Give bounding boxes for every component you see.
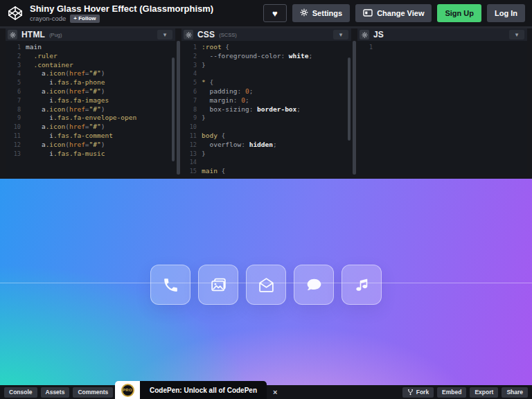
code-text: i.fas.fa-comment <box>26 132 113 141</box>
editor-collapse-button[interactable]: ▾ <box>157 30 172 39</box>
editor-collapse-button[interactable]: ▾ <box>333 30 348 39</box>
change-view-button[interactable]: Change View <box>355 4 432 22</box>
editor-title-css: CSS <box>197 30 215 39</box>
gear-icon <box>300 8 308 18</box>
code-line: 12 a.icon(href="#") <box>6 141 175 150</box>
like-button[interactable]: ♥ <box>263 4 287 22</box>
pro-message[interactable]: CodePen: Unlock all of CodePen <box>140 381 267 399</box>
console-label: Console <box>9 389 33 396</box>
editor-header-js: JS▾ <box>357 28 527 41</box>
code-editor-html[interactable]: 1main2 .ruler3 .container4 a.icon(href="… <box>6 41 175 175</box>
editor-panel-css: CSS(SCSS)▾1:root {2 --foreground-color: … <box>181 28 351 175</box>
glass-button-music[interactable] <box>342 265 382 305</box>
author-link[interactable]: crayon-code <box>30 15 66 22</box>
code-line: 2 .ruler <box>6 52 175 61</box>
editor-settings-button-html[interactable] <box>8 30 17 39</box>
fork-button[interactable]: Fork <box>402 387 434 398</box>
heart-icon: ♥ <box>272 8 278 19</box>
gear-icon <box>10 28 16 41</box>
line-number: 12 <box>6 141 26 150</box>
line-number: 5 <box>181 78 202 87</box>
editor-collapse-button[interactable]: ▾ <box>509 30 524 39</box>
settings-label: Settings <box>312 9 342 17</box>
line-number: 4 <box>6 69 26 78</box>
code-text: i.fas.fa-images <box>26 96 109 105</box>
line-number: 8 <box>6 105 26 114</box>
code-editor-js[interactable]: 1 <box>357 41 527 175</box>
assets-button[interactable]: Assets <box>41 387 70 398</box>
code-line: 6 a.icon(href="#") <box>6 87 175 96</box>
page-title: Shiny Glass Hover Effect (Glassmorphism) <box>30 4 213 14</box>
code-text: i.fas.fa-music <box>26 150 105 159</box>
change-view-icon <box>363 9 373 18</box>
code-line: 13 i.fas.fa-music <box>6 150 175 159</box>
code-line: 3 .container <box>6 61 175 70</box>
line-number: 2 <box>6 52 26 61</box>
code-text: main { <box>202 167 225 175</box>
editor-panel-html: HTML(Pug)▾1main2 .ruler3 .container4 a.i… <box>6 28 175 175</box>
pro-badge-icon: PRO <box>121 384 134 397</box>
editor-syntax-label: (SCSS) <box>219 32 236 38</box>
settings-button[interactable]: Settings <box>292 4 350 22</box>
code-line: 6 padding: 0; <box>181 87 351 96</box>
glass-button-phone[interactable] <box>150 265 190 305</box>
code-line: 8 a.icon(href="#") <box>6 105 175 114</box>
code-line: 1 <box>357 43 527 52</box>
share-label: Share <box>506 389 523 396</box>
codepen-logo-icon[interactable] <box>7 5 24 21</box>
line-number: 1 <box>6 43 26 52</box>
code-line: 5* { <box>181 78 351 87</box>
glass-button-images[interactable] <box>198 265 238 305</box>
comments-button[interactable]: Comments <box>73 387 113 398</box>
code-line: 15main { <box>181 167 351 175</box>
line-number: 9 <box>6 114 26 123</box>
code-line: 11body { <box>181 132 351 141</box>
line-number: 10 <box>181 123 202 132</box>
code-line: 13} <box>181 150 351 159</box>
code-text: margin: 0; <box>202 96 249 105</box>
embed-button[interactable]: Embed <box>437 387 466 398</box>
editor-title-html: HTML <box>21 30 45 39</box>
export-button[interactable]: Export <box>470 387 498 398</box>
console-button[interactable]: Console <box>4 387 37 398</box>
gear-icon <box>186 28 192 41</box>
fork-label: Fork <box>416 389 429 396</box>
panel-resizer-2[interactable] <box>353 41 356 175</box>
line-number: 3 <box>181 61 202 70</box>
code-editor-css[interactable]: 1:root {2 --foreground-color: white;3}45… <box>181 41 351 175</box>
result-preview <box>0 179 532 385</box>
log-in-button[interactable]: Log In <box>487 4 525 22</box>
code-text: i.fas.fa-phone <box>26 78 105 87</box>
code-line: 2 --foreground-color: white; <box>181 52 351 61</box>
share-button[interactable]: Share <box>502 387 528 398</box>
chevron-down-icon: ▾ <box>515 31 519 38</box>
line-number: 15 <box>181 167 202 175</box>
code-text: :root { <box>202 43 229 52</box>
fork-icon <box>407 389 414 396</box>
comments-label: Comments <box>78 389 108 396</box>
follow-button[interactable]: + Follow <box>70 15 99 23</box>
code-line: 5 i.fas.fa-phone <box>6 78 175 87</box>
code-text: i.fas.fa-envelope-open <box>26 114 136 123</box>
line-number: 1 <box>181 43 202 52</box>
images-icon <box>210 276 227 294</box>
close-icon[interactable]: × <box>267 385 283 399</box>
glass-button-comment[interactable] <box>294 265 334 305</box>
sign-up-button[interactable]: Sign Up <box>437 4 481 22</box>
glass-button-envelope-open[interactable] <box>246 265 286 305</box>
change-view-label: Change View <box>377 9 424 17</box>
code-line: 9} <box>181 114 351 123</box>
assets-label: Assets <box>46 389 65 396</box>
editor-scrollbar[interactable] <box>172 57 175 161</box>
code-line: 1:root { <box>181 43 351 52</box>
editor-scrollbar[interactable] <box>348 57 351 141</box>
line-number: 5 <box>6 78 26 87</box>
code-line: 14 <box>181 158 351 167</box>
code-line: 3} <box>181 61 351 70</box>
editor-settings-button-js[interactable] <box>360 30 369 39</box>
code-text: a.icon(href="#") <box>26 123 105 132</box>
editor-settings-button-css[interactable] <box>184 30 193 39</box>
code-text: .container <box>26 61 73 70</box>
panel-resizer-1[interactable] <box>177 41 180 175</box>
editor-header-css: CSS(SCSS)▾ <box>181 28 351 41</box>
